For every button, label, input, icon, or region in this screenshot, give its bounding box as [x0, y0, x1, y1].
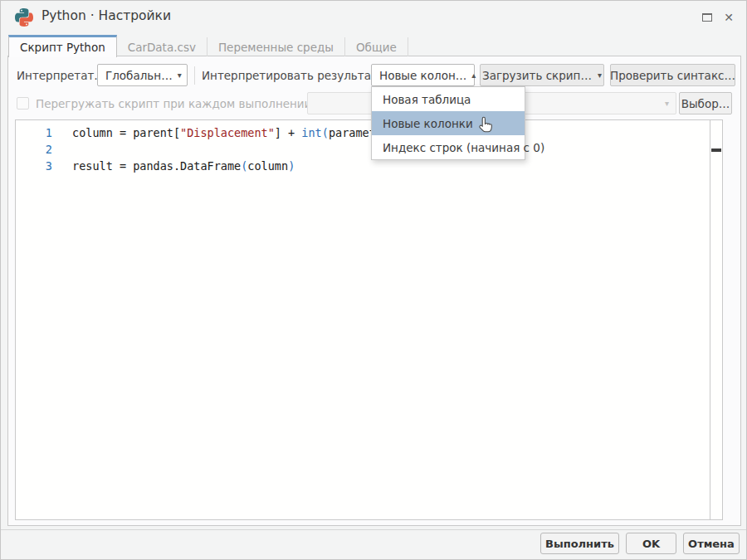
close-button[interactable]: ✕	[721, 10, 736, 25]
interpreter-combobox[interactable]: Глобальн… ▾	[97, 64, 188, 86]
code-line-3: 3 result = pandas.DataFrame(column)	[16, 158, 710, 174]
code-area: 1 column = parent["Displacement"] + int(…	[16, 124, 710, 174]
interpreter-label: Интерпретат…	[17, 69, 105, 82]
line-number: 2	[16, 141, 52, 158]
check-syntax-button[interactable]: Проверить синтакс…	[610, 64, 735, 86]
dropdown-item-new-columns[interactable]: Новые колонки	[372, 111, 525, 135]
python-settings-dialog: Python · Настройки ✕ Скрипт Python CarDa…	[0, 0, 747, 560]
reload-script-label-row: Перегружать скрипт при каждом выполнении…	[36, 92, 342, 114]
code-line-2: 2	[16, 141, 710, 158]
interpreter-value: Глобальн…	[105, 69, 173, 82]
dropdown-item-row-index[interactable]: Индекс строк (начиная с 0)	[372, 135, 525, 159]
choose-button[interactable]: Выбор…	[679, 92, 732, 114]
toolbar-separator	[194, 66, 195, 85]
tab-cardata-csv[interactable]: CarData.csv	[117, 37, 208, 56]
chevron-up-icon: ▴	[471, 71, 476, 80]
footer-separator	[1, 529, 746, 530]
tab-general[interactable]: Общие	[345, 37, 408, 56]
chevron-down-icon: ▾	[665, 99, 669, 108]
maximize-icon	[702, 13, 712, 22]
tab-environment-variables[interactable]: Переменные среды	[208, 37, 345, 56]
result-label-row: Интерпретировать результат к…	[202, 64, 399, 86]
reload-script-label: Перегружать скрипт при каждом выполнении…	[36, 97, 342, 110]
tab-bar: Скрипт Python CarData.csv Переменные сре…	[8, 34, 408, 56]
window-title: Python · Настройки	[42, 8, 171, 23]
chevron-down-icon: ▾	[178, 71, 182, 80]
check-syntax-label: Проверить синтакс…	[610, 69, 735, 82]
load-script-label: Загрузить скрип…	[482, 69, 592, 82]
cancel-button[interactable]: Отмена	[683, 533, 740, 554]
line-number: 3	[16, 158, 52, 174]
load-script-button[interactable]: Загрузить скрип… ▾	[480, 64, 604, 86]
interpret-result-label: Интерпретировать результат к…	[202, 69, 399, 82]
line-number: 1	[16, 124, 52, 141]
ok-button[interactable]: OK	[626, 533, 676, 554]
interpreter-label-row: Интерпретат…	[17, 64, 105, 86]
code-text: column = parent["Displacement"] + int(pa…	[72, 124, 396, 141]
code-editor[interactable]: 1 column = parent["Displacement"] + int(…	[15, 119, 723, 520]
chevron-down-icon: ▾	[598, 71, 602, 80]
run-button[interactable]: Выполнить	[540, 533, 619, 554]
result-type-combobox[interactable]: Новые колон… ▴	[371, 64, 475, 86]
code-text: result = pandas.DataFrame(column)	[72, 158, 295, 174]
result-type-value: Новые колон…	[379, 69, 466, 82]
maximize-button[interactable]	[700, 10, 715, 25]
title-bar: Python · Настройки ✕	[1, 1, 746, 34]
scrollbar-position-mark	[711, 149, 721, 152]
python-logo-icon	[15, 8, 33, 27]
close-icon: ✕	[724, 11, 734, 24]
tab-python-script[interactable]: Скрипт Python	[8, 35, 117, 57]
code-line-1: 1 column = parent["Displacement"] + int(…	[16, 124, 710, 141]
result-type-dropdown-popup: Новая таблица Новые колонки Индекс строк…	[371, 86, 525, 160]
reload-script-checkbox	[17, 97, 29, 110]
editor-scrollbar[interactable]	[710, 120, 722, 519]
dropdown-item-new-table[interactable]: Новая таблица	[372, 87, 525, 111]
choose-label: Выбор…	[681, 97, 730, 110]
